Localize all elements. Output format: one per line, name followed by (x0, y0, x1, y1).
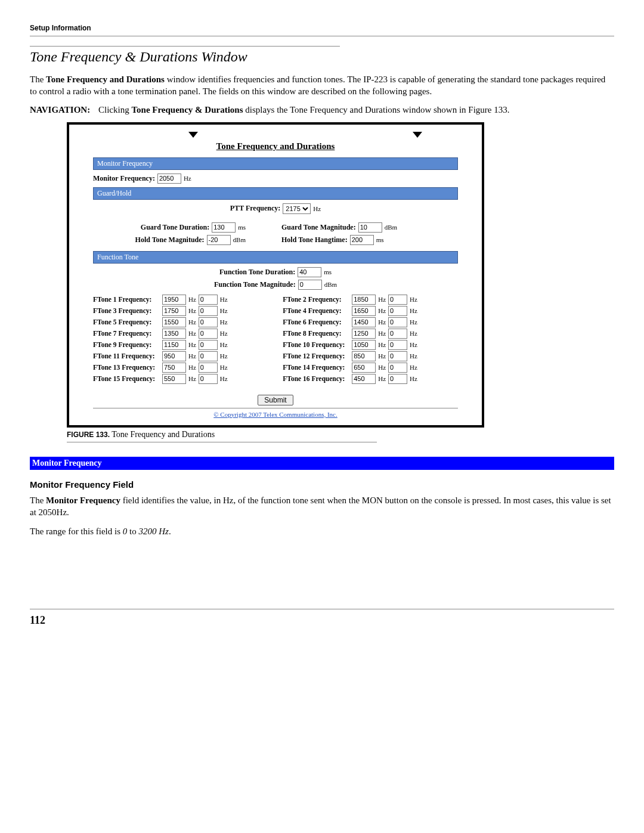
title-overline (30, 46, 340, 47)
notch-row (93, 133, 458, 139)
navigation-text: Clicking Tone Frequency & Durations disp… (98, 105, 614, 115)
monitor-frequency-label: Monitor Frequency: (93, 174, 155, 183)
ftone-label: FTone 12 Frequency: (283, 352, 349, 360)
ftone-freq-input[interactable] (162, 351, 186, 361)
ftone-label: FTone 1 Frequency: (93, 296, 160, 303)
ftone-row: FTone 15 Frequency:HzHzFTone 16 Frequenc… (93, 374, 458, 384)
monitor-frequency-field-heading: Monitor Frequency Field (30, 479, 614, 490)
monitor-frequency-row: Monitor Frequency: Hz (93, 174, 458, 184)
ftone-row: FTone 5 Frequency:HzHzFTone 6 Frequency:… (93, 317, 458, 327)
ftone-freq-input[interactable] (352, 363, 376, 373)
guard-tone-duration-input[interactable] (212, 222, 236, 233)
ftone-secondary-input[interactable] (199, 306, 218, 316)
ftone-secondary-input[interactable] (388, 340, 407, 350)
hold-tone-hangtime-label: Hold Tone Hangtime: (281, 236, 348, 244)
ftone-label: FTone 13 Frequency: (93, 364, 160, 371)
ftone-secondary-input[interactable] (199, 317, 218, 327)
ftone-label: FTone 14 Frequency: (283, 364, 349, 371)
ftone-secondary-input[interactable] (388, 363, 407, 373)
ftone-secondary-input[interactable] (388, 329, 407, 339)
copyright-link[interactable]: © Copyright 2007 Telex Communications, I… (93, 411, 458, 418)
ftone-secondary-input[interactable] (199, 363, 218, 373)
ftone-secondary-input[interactable] (199, 329, 218, 339)
blue-heading-monitor-frequency: Monitor Frequency (30, 457, 614, 470)
ptt-frequency-unit: Hz (313, 205, 321, 212)
ftone-secondary-input[interactable] (388, 317, 407, 327)
figure-133: Tone Frequency and Durations Monitor Fre… (67, 122, 484, 442)
ftone-table: FTone 1 Frequency:HzHzFTone 2 Frequency:… (93, 295, 458, 384)
bar-function-tone: Function Tone (93, 251, 458, 264)
bar-guard-hold: Guard/Hold (93, 187, 458, 200)
ptt-frequency-select[interactable]: 2175 (283, 203, 311, 214)
ftone-row: FTone 9 Frequency:HzHzFTone 10 Frequency… (93, 340, 458, 350)
ftone-label: FTone 2 Frequency: (283, 296, 349, 303)
figure-box: Tone Frequency and Durations Monitor Fre… (67, 122, 484, 428)
navigation-block: NAVIGATION: Clicking Tone Frequency & Du… (30, 105, 614, 115)
ftone-label: FTone 11 Frequency: (93, 352, 160, 360)
navigation-label: NAVIGATION: (30, 105, 98, 115)
ftone-freq-input[interactable] (352, 306, 376, 316)
ftone-secondary-input[interactable] (199, 340, 218, 350)
ftone-secondary-input[interactable] (388, 306, 407, 316)
ftone-row: FTone 11 Frequency:HzHzFTone 12 Frequenc… (93, 351, 458, 361)
ftone-freq-input[interactable] (162, 363, 186, 373)
guard-tone-magnitude-label: Guard Tone Magnitude: (281, 223, 356, 232)
ftone-freq-input[interactable] (352, 374, 376, 384)
ftone-label: FTone 5 Frequency: (93, 318, 160, 326)
ftone-label: FTone 7 Frequency: (93, 330, 160, 337)
ftone-freq-input[interactable] (352, 351, 376, 361)
ftone-row: FTone 1 Frequency:HzHzFTone 2 Frequency:… (93, 295, 458, 305)
submit-button[interactable]: Submit (258, 395, 293, 405)
ftone-freq-input[interactable] (162, 317, 186, 327)
intro-paragraph: The Tone Frequency and Durations window … (30, 73, 614, 98)
ftone-row: FTone 13 Frequency:HzHzFTone 14 Frequenc… (93, 363, 458, 373)
ftone-freq-input[interactable] (352, 317, 376, 327)
footer-rule (30, 609, 614, 609)
header-section-label: Setup Information (30, 24, 614, 32)
function-tone-magnitude-label: Function Tone Magnitude: (214, 280, 296, 289)
ftone-secondary-input[interactable] (388, 295, 407, 305)
ftone-label: FTone 8 Frequency: (283, 330, 349, 337)
ftone-secondary-input[interactable] (388, 351, 407, 361)
ftone-secondary-input[interactable] (199, 351, 218, 361)
ftone-freq-input[interactable] (352, 329, 376, 339)
ftone-label: FTone 9 Frequency: (93, 341, 160, 348)
ftone-freq-input[interactable] (162, 306, 186, 316)
ptt-frequency-label: PTT Frequency: (230, 204, 281, 213)
figure-caption: FIGURE 133. Tone Frequency and Durations (67, 430, 484, 439)
ftone-row: FTone 3 Frequency:HzHzFTone 4 Frequency:… (93, 306, 458, 316)
hold-tone-hangtime-input[interactable] (350, 235, 374, 245)
hold-tone-magnitude-label: Hold Tone Magnitude: (135, 236, 205, 244)
monitor-frequency-field-p2: The range for this field is 0 to 3200 Hz… (30, 525, 614, 537)
header-rule (30, 36, 614, 36)
section-title: Tone Frequency & Durations Window (30, 49, 614, 65)
function-tone-magnitude-row: Function Tone Magnitude: dBm (93, 280, 458, 290)
ftone-freq-input[interactable] (162, 295, 186, 305)
ftone-secondary-input[interactable] (199, 374, 218, 384)
ftone-label: FTone 4 Frequency: (283, 307, 349, 314)
ftone-freq-input[interactable] (162, 374, 186, 384)
ptt-frequency-row: PTT Frequency: 2175 Hz (93, 203, 458, 214)
ftone-label: FTone 6 Frequency: (283, 318, 349, 326)
function-tone-magnitude-input[interactable] (298, 280, 322, 290)
ftone-label: FTone 15 Frequency: (93, 375, 160, 382)
ftone-freq-input[interactable] (162, 340, 186, 350)
guard-tone-duration-label: Guard Tone Duration: (141, 223, 209, 232)
ftone-freq-input[interactable] (352, 295, 376, 305)
guard-tone-magnitude-input[interactable] (358, 222, 382, 233)
ftone-freq-input[interactable] (162, 329, 186, 339)
hold-tone-magnitude-input[interactable] (207, 235, 231, 245)
ftone-secondary-input[interactable] (388, 374, 407, 384)
monitor-frequency-input[interactable] (157, 174, 181, 184)
ftone-label: FTone 3 Frequency: (93, 307, 160, 314)
ftone-label: FTone 10 Frequency: (283, 341, 349, 348)
ftone-secondary-input[interactable] (199, 295, 218, 305)
guard-hold-grid: Guard Tone Duration: ms Hold Tone Magnit… (93, 220, 458, 247)
function-tone-duration-row: Function Tone Duration: ms (93, 267, 458, 277)
ftone-label: FTone 16 Frequency: (283, 375, 349, 382)
ftone-freq-input[interactable] (352, 340, 376, 350)
monitor-frequency-unit: Hz (184, 175, 191, 182)
notch-icon (413, 132, 422, 138)
figure-inner-rule (93, 408, 458, 408)
function-tone-duration-input[interactable] (298, 267, 321, 277)
